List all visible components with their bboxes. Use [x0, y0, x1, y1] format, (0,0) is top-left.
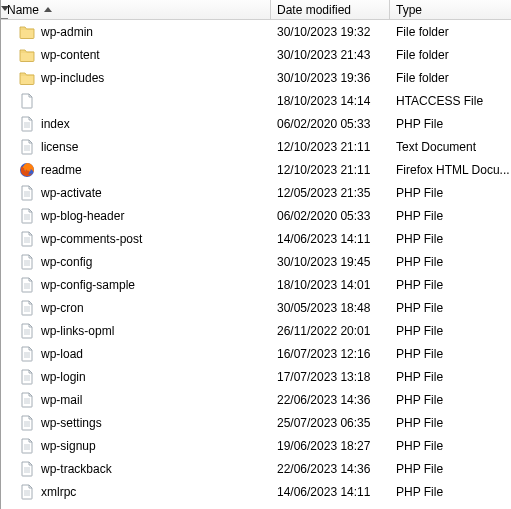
file-type-cell: Firefox HTML Docu... [390, 163, 511, 177]
file-type-cell: File folder [390, 48, 511, 62]
file-date-cell: 22/06/2023 14:36 [271, 462, 390, 476]
file-row[interactable]: wp-cron30/05/2023 18:48PHP File [1, 296, 511, 319]
file-icon [19, 254, 35, 270]
file-row[interactable]: 18/10/2023 14:14HTACCESS File [1, 89, 511, 112]
file-date-cell: 12/05/2023 21:35 [271, 186, 390, 200]
file-type-cell: PHP File [390, 278, 511, 292]
folder-icon [19, 70, 35, 86]
file-icon [19, 484, 35, 500]
file-date-cell: 30/10/2023 19:36 [271, 71, 390, 85]
folder-icon [19, 24, 35, 40]
file-name-cell: wp-includes [1, 70, 271, 86]
file-row[interactable]: wp-config30/10/2023 19:45PHP File [1, 250, 511, 273]
file-date-cell: 30/10/2023 19:45 [271, 255, 390, 269]
file-row[interactable]: wp-settings25/07/2023 06:35PHP File [1, 411, 511, 434]
file-name-label: wp-includes [41, 71, 104, 85]
file-type-cell: PHP File [390, 324, 511, 338]
file-list-panel: Name Date modified Type wp-admin30/10/20… [1, 0, 511, 509]
file-row[interactable]: license12/10/2023 21:11Text Document [1, 135, 511, 158]
file-date-cell: 19/06/2023 18:27 [271, 439, 390, 453]
sort-ascending-icon [44, 7, 52, 12]
file-date-cell: 14/06/2023 14:11 [271, 485, 390, 499]
column-header-row: Name Date modified Type [1, 0, 511, 20]
file-type-cell: PHP File [390, 462, 511, 476]
column-header-type[interactable]: Type [390, 0, 511, 19]
file-name-label: wp-cron [41, 301, 84, 315]
file-type-cell: PHP File [390, 301, 511, 315]
file-type-cell: PHP File [390, 393, 511, 407]
file-date-cell: 25/07/2023 06:35 [271, 416, 390, 430]
file-name-label: wp-activate [41, 186, 102, 200]
collapse-icon[interactable] [1, 6, 9, 11]
file-row[interactable]: wp-mail22/06/2023 14:36PHP File [1, 388, 511, 411]
file-row[interactable]: wp-signup19/06/2023 18:27PHP File [1, 434, 511, 457]
file-date-cell: 26/11/2022 20:01 [271, 324, 390, 338]
file-row[interactable]: wp-includes30/10/2023 19:36File folder [1, 66, 511, 89]
file-row[interactable]: wp-activate12/05/2023 21:35PHP File [1, 181, 511, 204]
file-icon [19, 116, 35, 132]
file-date-cell: 06/02/2020 05:33 [271, 209, 390, 223]
file-date-cell: 30/10/2023 19:32 [271, 25, 390, 39]
file-name-cell: wp-links-opml [1, 323, 271, 339]
file-row[interactable]: index06/02/2020 05:33PHP File [1, 112, 511, 135]
file-row[interactable]: xmlrpc14/06/2023 14:11PHP File [1, 480, 511, 503]
file-icon [19, 323, 35, 339]
file-type-cell: PHP File [390, 370, 511, 384]
file-name-label: wp-signup [41, 439, 96, 453]
file-icon [19, 300, 35, 316]
file-name-label: wp-load [41, 347, 83, 361]
column-header-date[interactable]: Date modified [271, 0, 390, 19]
file-name-label: wp-config [41, 255, 92, 269]
file-name-cell: wp-activate [1, 185, 271, 201]
file-type-cell: PHP File [390, 416, 511, 430]
file-name-label: wp-links-opml [41, 324, 114, 338]
file-date-cell: 16/07/2023 12:16 [271, 347, 390, 361]
file-icon [19, 346, 35, 362]
file-name-label: index [41, 117, 70, 131]
file-name-label: wp-content [41, 48, 100, 62]
file-row[interactable]: wp-load16/07/2023 12:16PHP File [1, 342, 511, 365]
file-type-cell: File folder [390, 71, 511, 85]
file-name-label: xmlrpc [41, 485, 76, 499]
file-date-cell: 14/06/2023 14:11 [271, 232, 390, 246]
file-icon [19, 392, 35, 408]
column-header-name[interactable]: Name [1, 0, 271, 19]
file-date-cell: 12/10/2023 21:11 [271, 163, 390, 177]
file-row[interactable]: wp-login17/07/2023 13:18PHP File [1, 365, 511, 388]
file-name-cell: wp-comments-post [1, 231, 271, 247]
file-row[interactable]: wp-trackback22/06/2023 14:36PHP File [1, 457, 511, 480]
file-row[interactable]: wp-config-sample18/10/2023 14:01PHP File [1, 273, 511, 296]
file-date-cell: 30/05/2023 18:48 [271, 301, 390, 315]
file-name-cell: wp-load [1, 346, 271, 362]
file-date-cell: 22/06/2023 14:36 [271, 393, 390, 407]
file-name-cell: license [1, 139, 271, 155]
file-date-cell: 06/02/2020 05:33 [271, 117, 390, 131]
file-row[interactable]: readme12/10/2023 21:11Firefox HTML Docu.… [1, 158, 511, 181]
file-row[interactable]: wp-content30/10/2023 21:43File folder [1, 43, 511, 66]
file-row[interactable]: wp-admin30/10/2023 19:32File folder [1, 20, 511, 43]
file-type-cell: PHP File [390, 209, 511, 223]
file-type-cell: PHP File [390, 347, 511, 361]
file-type-cell: PHP File [390, 255, 511, 269]
file-date-cell: 18/10/2023 14:01 [271, 278, 390, 292]
file-icon [19, 208, 35, 224]
file-icon [19, 438, 35, 454]
file-icon [19, 277, 35, 293]
file-name-cell: wp-signup [1, 438, 271, 454]
file-name-label: wp-trackback [41, 462, 112, 476]
file-name-cell: wp-content [1, 47, 271, 63]
file-name-cell: wp-blog-header [1, 208, 271, 224]
file-type-cell: PHP File [390, 439, 511, 453]
file-icon [19, 185, 35, 201]
gutter-separator [1, 18, 8, 19]
file-name-cell: wp-config-sample [1, 277, 271, 293]
file-row[interactable]: wp-comments-post14/06/2023 14:11PHP File [1, 227, 511, 250]
file-date-cell: 30/10/2023 21:43 [271, 48, 390, 62]
file-icon [19, 415, 35, 431]
file-row[interactable]: wp-blog-header06/02/2020 05:33PHP File [1, 204, 511, 227]
file-date-cell: 18/10/2023 14:14 [271, 94, 390, 108]
column-header-name-label: Name [7, 3, 39, 17]
file-icon [19, 139, 35, 155]
file-name-label: wp-mail [41, 393, 82, 407]
file-row[interactable]: wp-links-opml26/11/2022 20:01PHP File [1, 319, 511, 342]
